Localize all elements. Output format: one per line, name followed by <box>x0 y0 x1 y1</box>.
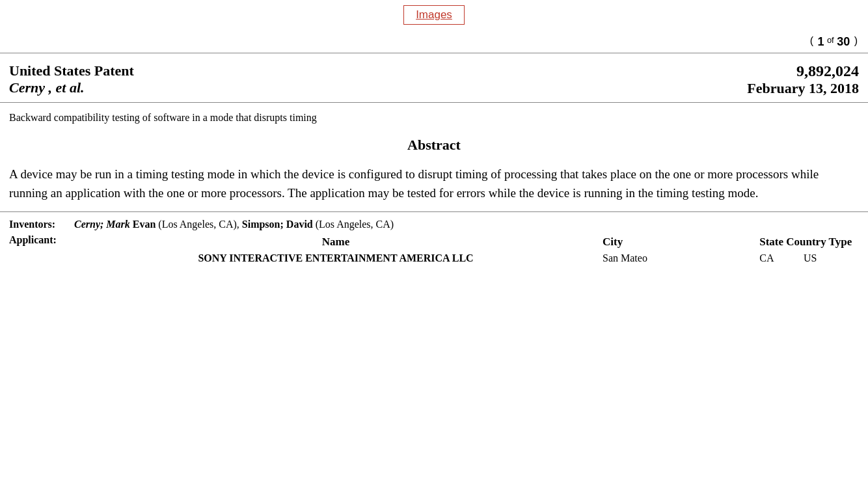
top-bar: Images <box>0 0 868 31</box>
col-header-city: City <box>597 234 754 250</box>
patent-header: United States Patent Cerny , et al. 9,89… <box>0 53 868 103</box>
inventors-row: Inventors: Cerny; Mark Evan (Los Angeles… <box>9 219 859 230</box>
applicant-company-name: SONY INTERACTIVE ENTERTAINMENT AMERICA L… <box>74 250 597 267</box>
applicant-table-row: SONY INTERACTIVE ENTERTAINMENT AMERICA L… <box>74 250 859 267</box>
inventor2-location: (Los Angeles, CA) <box>313 219 394 230</box>
patent-header-left: United States Patent Cerny , et al. <box>9 62 134 96</box>
details-section: Inventors: Cerny; Mark Evan (Los Angeles… <box>0 211 868 267</box>
patent-date: February 13, 2018 <box>747 80 859 97</box>
applicant-table-wrapper: Name City State Country Type SONY INTERA… <box>74 234 859 267</box>
inventor2-name: Simpson; David <box>242 219 313 230</box>
current-page: 1 <box>817 35 824 49</box>
inventors-label: Inventors: <box>9 219 74 230</box>
col-header-name: Name <box>74 234 597 250</box>
abstract-section: Abstract A device may be run in a timing… <box>0 128 868 211</box>
col-header-state-country-type: State Country Type <box>754 234 859 250</box>
applicant-row: Applicant: Name City State Country Type … <box>9 234 859 267</box>
abstract-heading: Abstract <box>9 137 859 154</box>
patent-number: 9,892,024 <box>747 62 859 80</box>
inventors-text: Cerny; Mark Evan (Los Angeles, CA), Simp… <box>74 219 394 230</box>
open-paren: ( <box>810 35 813 49</box>
applicant-type <box>841 250 859 267</box>
patent-inventor-line: Cerny , et al. <box>9 79 134 96</box>
pagination-row: ( 1 of 30 ) <box>0 31 868 53</box>
abstract-text: A device may be run in a timing testing … <box>9 165 859 202</box>
patent-type: United States Patent <box>9 62 134 79</box>
inventor1-location: (Los Angeles, CA) <box>156 219 236 230</box>
applicant-country: US <box>798 250 841 267</box>
close-paren: ) <box>854 35 858 49</box>
inventors-connector: , <box>237 219 242 230</box>
inventor1-name: Cerny; Mark <box>74 219 130 230</box>
applicant-state: CA <box>754 250 798 267</box>
of-label: of <box>827 35 834 49</box>
images-button[interactable]: Images <box>403 5 465 25</box>
inventor1-firstname: Evan <box>130 219 156 230</box>
applicant-table: Name City State Country Type SONY INTERA… <box>74 234 859 267</box>
total-pages: 30 <box>837 35 850 49</box>
applicant-label: Applicant: <box>9 234 74 246</box>
patent-header-right: 9,892,024 February 13, 2018 <box>747 62 859 97</box>
applicant-table-header-row: Name City State Country Type <box>74 234 859 250</box>
applicant-city: San Mateo <box>597 250 754 267</box>
patent-title: Backward compatibility testing of softwa… <box>0 103 868 128</box>
